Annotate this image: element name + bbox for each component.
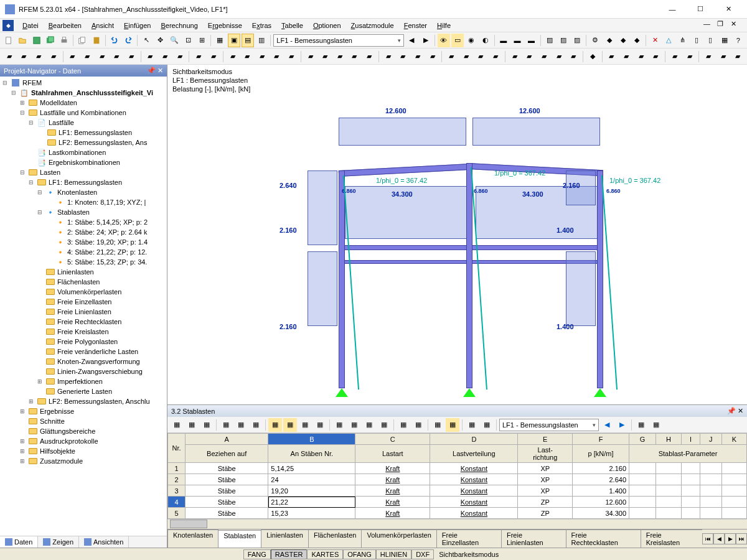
- tb2-13[interactable]: ▰: [192, 50, 205, 63]
- redo-icon[interactable]: [122, 34, 134, 47]
- col-lastvert[interactable]: Lastverteilung: [430, 445, 518, 463]
- tree-zusatz[interactable]: ⊞Zusatzmodule: [1, 456, 166, 466]
- panel-tab-freie kreislasten[interactable]: Freie Kreislasten: [641, 530, 702, 548]
- menu-berechnung[interactable]: Berechnung: [156, 21, 202, 30]
- ptb-4[interactable]: ▦: [219, 418, 233, 432]
- tb2-7[interactable]: ▰: [95, 50, 109, 63]
- tree-lasten[interactable]: ⊟Lasten: [1, 167, 166, 177]
- mdi-close-button[interactable]: ✕: [731, 20, 745, 31]
- navigator-pin-icon[interactable]: 📌 ✕: [147, 67, 163, 75]
- tree-stab-5[interactable]: 🔸5: Stäbe: 15,23; ZP; p: 34.: [1, 257, 166, 267]
- ptb-16[interactable]: ▦: [411, 418, 425, 432]
- col-D[interactable]: D: [430, 434, 518, 445]
- tb2-23[interactable]: ▰: [348, 50, 362, 63]
- col-K[interactable]: K: [722, 434, 747, 445]
- open-icon[interactable]: [16, 34, 29, 47]
- status-hlinien[interactable]: HLINIEN: [376, 549, 411, 559]
- ptb-2[interactable]: ▦: [185, 418, 199, 432]
- result-tool-3[interactable]: ▬: [525, 34, 537, 47]
- tree-stab-4[interactable]: 🔸4: Stäbe: 21,22; ZP; p: 12.: [1, 247, 166, 257]
- nav-tab-zeigen[interactable]: Zeigen: [38, 536, 79, 548]
- tb2-5[interactable]: ▰: [65, 50, 79, 63]
- panel-tab-linienlasten[interactable]: Linienlasten: [261, 530, 309, 548]
- tree-freie-rechteck[interactable]: Freie Rechtecklasten: [1, 317, 166, 327]
- tb2-2[interactable]: ▰: [17, 50, 31, 63]
- save-icon[interactable]: [31, 34, 43, 47]
- col-beziehen[interactable]: Beziehen auf: [186, 445, 268, 463]
- col-G[interactable]: G: [629, 434, 656, 445]
- tb2-38[interactable]: ◆: [586, 50, 599, 63]
- save-all-icon[interactable]: [44, 34, 57, 47]
- help-icon[interactable]: ?: [732, 34, 745, 47]
- view-tool-3[interactable]: ◉: [465, 34, 477, 47]
- tree-knoten-1[interactable]: 🔸1: Knoten: 8,17,19; XYZ; |: [1, 197, 166, 207]
- table-row[interactable]: 1Stäbe5,14,25KraftKonstantXP2.160: [168, 463, 747, 474]
- ptb-5[interactable]: ▦: [234, 418, 248, 432]
- zoom-all-icon[interactable]: ⊞: [195, 34, 208, 47]
- tb2-41[interactable]: ▰: [634, 50, 648, 63]
- zoom-icon[interactable]: 🔍: [168, 34, 181, 47]
- menu-extras[interactable]: Extras: [247, 21, 276, 30]
- tb2-28[interactable]: ▰: [426, 50, 439, 63]
- col-lastricht[interactable]: Last-richtung: [518, 445, 573, 463]
- tb2-36[interactable]: ▰: [552, 50, 566, 63]
- tb2-27[interactable]: ▰: [411, 50, 425, 63]
- ptb-12[interactable]: ▦: [347, 418, 361, 432]
- tb2-12[interactable]: ▰: [173, 50, 187, 63]
- tb2-46[interactable]: ▰: [716, 50, 730, 63]
- col-J[interactable]: J: [700, 434, 721, 445]
- tree-linien-zwangs[interactable]: Linien-Zwangsverschiebung: [1, 366, 166, 376]
- tree-project[interactable]: ⊟📋Stahlrahmen_Anschlusssteifigkeit_Vi: [1, 88, 166, 98]
- menu-hilfe[interactable]: Hilfe: [432, 21, 456, 30]
- tab-last[interactable]: ⏭: [736, 533, 747, 544]
- panel-tab-flächenlasten[interactable]: Flächenlasten: [308, 530, 362, 548]
- result-tool-1[interactable]: ▬: [497, 34, 510, 47]
- panel-tab-knotenlasten[interactable]: Knotenlasten: [167, 530, 218, 548]
- minimize-button[interactable]: —: [659, 1, 686, 18]
- ptb-1[interactable]: ▦: [170, 418, 184, 432]
- tb2-37[interactable]: ▰: [566, 50, 580, 63]
- tb2-47[interactable]: ▰: [731, 50, 745, 63]
- node-icon[interactable]: ▦: [718, 34, 730, 47]
- undo-icon[interactable]: [108, 34, 121, 47]
- menu-fenster[interactable]: Fenster: [399, 21, 432, 30]
- tree-root[interactable]: ⊟RFEM: [1, 78, 166, 88]
- table-row[interactable]: 3Stäbe19,20KraftKonstantXP1.400: [168, 485, 747, 497]
- tree-schnitte[interactable]: Schnitte: [1, 416, 166, 426]
- tree-stab-3[interactable]: 🔸3: Stäbe: 19,20; XP; p: 1.4: [1, 237, 166, 247]
- menu-einfuegen[interactable]: Einfügen: [119, 21, 156, 30]
- new-icon[interactable]: [2, 34, 15, 47]
- col-stablastparam[interactable]: Stablast-Parameter: [629, 445, 747, 463]
- paste-icon[interactable]: [90, 34, 103, 47]
- loadcase-combo[interactable]: LF1 - Bemessungslasten: [273, 34, 404, 47]
- navigator-tree[interactable]: ⊟RFEM ⊟📋Stahlrahmen_Anschlusssteifigkeit…: [0, 77, 167, 536]
- tb2-39[interactable]: ▰: [605, 50, 619, 63]
- status-raster[interactable]: RASTER: [271, 549, 308, 559]
- tree-stab-2[interactable]: 🔸2: Stäbe: 24; XP; p: 2.64 k: [1, 227, 166, 237]
- tb2-26[interactable]: ▰: [397, 50, 410, 63]
- tb2-20[interactable]: ▰: [304, 50, 317, 63]
- ptb-20[interactable]: ▦: [480, 418, 494, 432]
- view-tool-4[interactable]: ◐: [479, 34, 492, 47]
- close-button[interactable]: ✕: [715, 1, 742, 18]
- ptb-6[interactable]: ▦: [249, 418, 263, 432]
- ptb-9[interactable]: ▦: [298, 418, 312, 432]
- tree-freie-einzel[interactable]: Freie Einzellasten: [1, 297, 166, 307]
- tb2-24[interactable]: ▰: [362, 50, 376, 63]
- grid-icon[interactable]: ▦: [214, 34, 226, 47]
- tb2-40[interactable]: ▰: [619, 50, 633, 63]
- tree-freie-linien[interactable]: Freie Linienlasten: [1, 307, 166, 317]
- tree-freie-polygon[interactable]: Freie Polygonlasten: [1, 337, 166, 347]
- module-icon-3[interactable]: ◆: [631, 34, 643, 47]
- menu-ergebnisse[interactable]: Ergebnisse: [203, 21, 247, 30]
- zoom-window-icon[interactable]: ⊡: [182, 34, 194, 47]
- tree-hilfs[interactable]: ⊞Hilfsobjekte: [1, 446, 166, 456]
- view1-icon[interactable]: ▣: [228, 34, 240, 47]
- col-A[interactable]: A: [186, 434, 268, 445]
- module-icon-1[interactable]: ◆: [603, 34, 615, 47]
- wind-icon[interactable]: ▨: [543, 34, 555, 47]
- tree-stablasten[interactable]: ⊟🔹Stablasten: [1, 207, 166, 217]
- table-row[interactable]: 4Stäbe21,22KraftKonstantZP12.600: [168, 497, 747, 508]
- view-tool-1[interactable]: 👁: [438, 34, 450, 47]
- tb2-33[interactable]: ▰: [508, 50, 522, 63]
